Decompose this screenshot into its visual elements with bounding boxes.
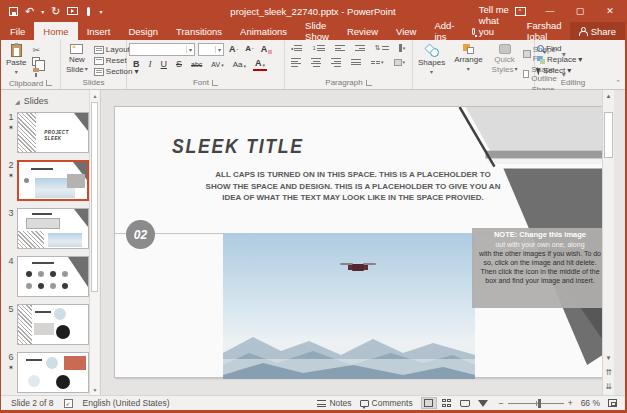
comments-toggle[interactable]: Comments bbox=[360, 398, 413, 408]
slides-panel-header[interactable]: ◢ Slides bbox=[1, 90, 100, 108]
notes-toggle[interactable]: Notes bbox=[317, 398, 351, 408]
undo-dropdown-icon[interactable]: ▾ bbox=[41, 8, 44, 15]
normal-view-button[interactable] bbox=[421, 397, 437, 409]
thumbnail-image[interactable] bbox=[17, 256, 89, 297]
underline-button[interactable]: U bbox=[159, 60, 170, 70]
align-left-button[interactable] bbox=[289, 57, 303, 68]
decrease-indent-button[interactable] bbox=[333, 44, 347, 52]
thumbnail-image[interactable] bbox=[17, 304, 89, 345]
slide-thumbnail-1[interactable]: 1✶ PROJECT SLEEK bbox=[5, 112, 89, 153]
paste-dropdown-icon[interactable]: ▾ bbox=[15, 68, 18, 75]
tab-home[interactable]: Home bbox=[34, 22, 77, 40]
numbering-button[interactable]: 1 bbox=[310, 44, 326, 52]
slide-body-textbox[interactable]: ALL CAPS IS TURNED ON IN THIS SPACE. THI… bbox=[203, 169, 503, 204]
scrollbar-thumb[interactable] bbox=[604, 112, 613, 158]
slide-thumbnail-4[interactable]: 4 bbox=[5, 256, 89, 297]
bold-button[interactable]: B bbox=[131, 60, 142, 70]
text-direction-button[interactable]: ▾ bbox=[397, 43, 408, 53]
cut-icon[interactable]: ✂ bbox=[32, 45, 41, 55]
slide-sorter-button[interactable] bbox=[439, 397, 455, 409]
slide-thumbnail-6[interactable]: 6✶ bbox=[5, 352, 89, 393]
font-size-combobox[interactable]: ▾ bbox=[198, 43, 224, 56]
tab-view[interactable]: View bbox=[387, 22, 425, 40]
account-name[interactable]: Farshad Iqbal bbox=[519, 22, 570, 40]
columns-button[interactable]: ▾ bbox=[369, 58, 386, 66]
slides-panel-scrollbar[interactable]: ▲ ▼ bbox=[89, 90, 99, 395]
tab-animations[interactable]: Animations bbox=[231, 22, 296, 40]
copy-icon[interactable] bbox=[32, 57, 40, 66]
bullets-button[interactable]: • bbox=[289, 44, 304, 53]
language-indicator[interactable]: English (United States) bbox=[83, 398, 170, 408]
slide-thumbnail-5[interactable]: 5 bbox=[5, 304, 89, 345]
paste-button[interactable]: Paste ▾ bbox=[3, 43, 29, 77]
zoom-out-button[interactable]: − bbox=[499, 398, 504, 408]
scroll-up-icon[interactable]: ▲ bbox=[90, 90, 100, 101]
thumbnail-image[interactable]: PROJECT SLEEK bbox=[17, 112, 89, 153]
select-button[interactable]: Select▾ bbox=[537, 66, 609, 75]
save-icon[interactable] bbox=[9, 7, 18, 16]
tab-transitions[interactable]: Transitions bbox=[167, 22, 231, 40]
tell-me-box[interactable]: Tell me what you want to do... bbox=[464, 22, 519, 40]
slide-thumbnail-3[interactable]: 3 bbox=[5, 208, 89, 249]
tab-review[interactable]: Review bbox=[338, 22, 387, 40]
scroll-down-icon[interactable]: ▼ bbox=[603, 352, 614, 363]
tab-file[interactable]: File bbox=[1, 22, 34, 40]
align-right-button[interactable] bbox=[329, 57, 343, 68]
paragraph-dialog-launcher-icon[interactable] bbox=[366, 80, 372, 86]
main-scrollbar[interactable]: ▲ ▼ ⇈ ⇊ bbox=[602, 90, 614, 395]
zoom-level[interactable]: 66 % bbox=[581, 398, 600, 408]
tab-insert[interactable]: Insert bbox=[78, 22, 120, 40]
scrollbar-thumb[interactable] bbox=[91, 102, 98, 292]
font-dialog-launcher-icon[interactable] bbox=[212, 80, 218, 86]
scroll-up-icon[interactable]: ▲ bbox=[603, 90, 614, 101]
zoom-slider[interactable] bbox=[508, 403, 564, 404]
font-name-combobox[interactable]: ▾ bbox=[129, 43, 195, 56]
redo-icon[interactable]: ↻ bbox=[51, 6, 60, 17]
tab-design[interactable]: Design bbox=[119, 22, 167, 40]
touch-mode-icon[interactable] bbox=[85, 7, 92, 16]
tab-slideshow[interactable]: Slide Show bbox=[296, 22, 338, 40]
align-center-button[interactable] bbox=[309, 57, 323, 68]
start-from-beginning-icon[interactable] bbox=[67, 7, 78, 15]
slide-title-textbox[interactable]: SLEEK TITLE bbox=[172, 135, 304, 158]
spell-check-icon[interactable]: ✓ bbox=[64, 399, 73, 408]
character-spacing-button[interactable]: AV▾ bbox=[209, 61, 225, 69]
undo-icon[interactable]: ↶ bbox=[25, 6, 34, 17]
change-case-button[interactable]: Aa▾ bbox=[231, 61, 248, 70]
thumbnail-image[interactable] bbox=[17, 160, 89, 201]
font-color-button[interactable]: A▾ bbox=[253, 59, 267, 71]
next-slide-icon[interactable]: ⇊ bbox=[603, 381, 614, 392]
strikethrough-abc-button[interactable]: abc bbox=[189, 61, 204, 69]
clear-formatting-button[interactable]: A bbox=[259, 45, 275, 55]
smartart-button[interactable]: ▾ bbox=[392, 58, 408, 67]
drone-photo[interactable] bbox=[223, 233, 475, 379]
zoom-in-button[interactable]: + bbox=[568, 398, 573, 408]
shrink-font-button[interactable]: Aˇ bbox=[243, 45, 255, 54]
tab-addins[interactable]: Add-ins bbox=[425, 22, 463, 40]
grow-font-button[interactable]: Aˆ bbox=[227, 45, 240, 55]
line-spacing-button[interactable]: ⇅ bbox=[373, 43, 391, 53]
replace-button[interactable]: Replace▾ bbox=[537, 55, 609, 64]
strikethrough-button[interactable]: S bbox=[174, 60, 184, 70]
slideshow-button[interactable] bbox=[475, 397, 491, 409]
slide-editor[interactable]: SLEEK TITLE ALL CAPS IS TURNED ON IN THI… bbox=[114, 106, 611, 378]
thumbnail-image[interactable] bbox=[17, 352, 89, 393]
slide-number-badge[interactable]: 02 bbox=[126, 220, 155, 249]
reading-view-button[interactable] bbox=[457, 397, 473, 409]
collapse-ribbon-icon[interactable]: ⌃ bbox=[615, 79, 621, 87]
share-button[interactable]: Share bbox=[570, 22, 625, 40]
clipboard-dialog-launcher-icon[interactable] bbox=[46, 80, 52, 86]
qat-customize-icon[interactable]: ▾ bbox=[99, 8, 102, 15]
new-slide-button[interactable]: New Slide▾ bbox=[63, 43, 91, 76]
increase-indent-button[interactable] bbox=[353, 44, 367, 52]
note-callout[interactable]: NOTE: Change this image out with your ow… bbox=[472, 228, 608, 308]
italic-button[interactable]: I bbox=[147, 60, 154, 70]
maximize-button[interactable]: ▢ bbox=[565, 0, 595, 22]
fit-to-window-icon[interactable] bbox=[608, 399, 617, 407]
thumbnail-image[interactable] bbox=[17, 208, 89, 249]
new-slide-dropdown-icon[interactable]: ▾ bbox=[85, 65, 88, 74]
find-button[interactable]: Find bbox=[537, 44, 609, 53]
zoom-slider-thumb[interactable] bbox=[538, 399, 541, 408]
scroll-down-icon[interactable]: ▼ bbox=[90, 384, 100, 395]
close-button[interactable]: ✕ bbox=[595, 0, 625, 22]
